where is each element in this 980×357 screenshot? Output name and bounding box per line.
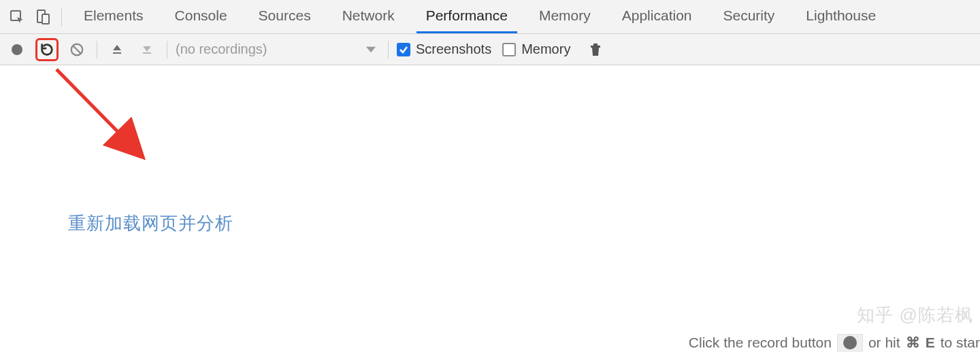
tab-label: Memory [539, 7, 591, 24]
load-profile-button[interactable] [105, 38, 129, 61]
annotation-text: 重新加载网页并分析 [68, 211, 233, 235]
clear-button[interactable] [65, 38, 88, 61]
tab-label: Sources [259, 7, 311, 24]
record-hint: Click the record button or hit ⌘ E to st… [689, 334, 980, 352]
save-profile-button[interactable] [135, 38, 159, 61]
divider [388, 41, 389, 58]
memory-checkbox[interactable]: Memory [502, 41, 570, 57]
watermark: 知乎 @陈若枫 [857, 303, 973, 327]
tab-sources[interactable]: Sources [249, 0, 321, 33]
recordings-dropdown[interactable]: (no recordings) [176, 41, 380, 57]
performance-toolbar: (no recordings) Screenshots Memory [0, 34, 980, 65]
hint-middle: or hit [868, 335, 900, 351]
hint-prefix: Click the record button [689, 335, 832, 351]
tab-label: Performance [426, 7, 508, 24]
tabs-row: Elements Console Sources Network Perform… [74, 0, 885, 33]
divider [97, 41, 97, 58]
device-toolbar-icon[interactable] [30, 4, 56, 30]
tab-label: Lighthouse [806, 7, 876, 24]
svg-rect-8 [593, 44, 598, 46]
tab-network[interactable]: Network [333, 0, 404, 33]
checkbox-icon [502, 43, 516, 56]
svg-rect-6 [143, 52, 151, 54]
devtools-tab-bar: Elements Console Sources Network Perform… [0, 0, 980, 34]
svg-point-3 [12, 44, 22, 55]
hint-cmd: ⌘ [906, 335, 920, 351]
tab-label: Console [175, 7, 227, 24]
memory-label: Memory [521, 41, 570, 57]
divider [61, 7, 62, 27]
reload-record-button[interactable] [35, 38, 59, 61]
svg-rect-2 [42, 14, 49, 24]
svg-rect-7 [591, 46, 600, 48]
hint-key: E [926, 335, 935, 351]
divider [167, 41, 167, 58]
performance-panel: 重新加载网页并分析 知乎 @陈若枫 Click the record butto… [0, 65, 980, 357]
screenshots-label: Screenshots [416, 41, 491, 57]
garbage-collect-button[interactable] [584, 38, 607, 61]
checkbox-icon [397, 43, 410, 56]
tab-application[interactable]: Application [612, 0, 702, 33]
chevron-down-icon [366, 45, 376, 54]
tab-memory[interactable]: Memory [529, 0, 600, 33]
recordings-placeholder: (no recordings) [176, 41, 267, 57]
tab-elements[interactable]: Elements [74, 0, 153, 33]
svg-line-9 [56, 69, 131, 146]
tab-label: Application [622, 7, 692, 24]
tab-label: Elements [84, 7, 144, 24]
hint-suffix: to star [941, 335, 980, 351]
record-button[interactable] [5, 38, 29, 61]
svg-rect-5 [113, 52, 121, 54]
tab-label: Network [342, 7, 395, 24]
annotation-arrow-icon [44, 65, 153, 215]
tab-lighthouse[interactable]: Lighthouse [796, 0, 885, 33]
tab-label: Security [723, 7, 774, 24]
inspect-element-icon[interactable] [4, 4, 30, 30]
tab-security[interactable]: Security [713, 0, 784, 33]
tab-console[interactable]: Console [165, 0, 237, 33]
hint-record-icon [837, 334, 863, 352]
tab-performance[interactable]: Performance [416, 0, 517, 33]
screenshots-checkbox[interactable]: Screenshots [397, 41, 491, 57]
